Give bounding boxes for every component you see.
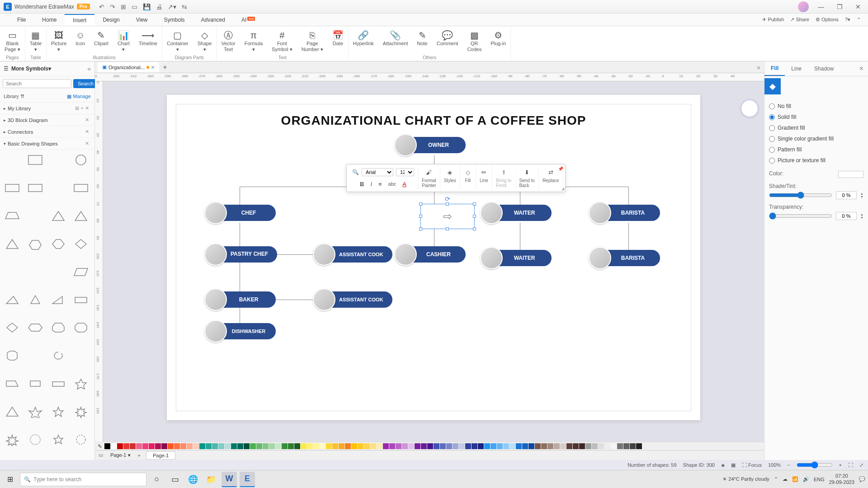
cat-my-library[interactable]: ▸My Library⊞ + ✕ bbox=[0, 103, 94, 114]
color-swatch[interactable] bbox=[459, 443, 465, 449]
color-swatch[interactable] bbox=[434, 443, 439, 449]
publish-button[interactable]: ✈ Publish bbox=[762, 17, 784, 23]
shape-14[interactable] bbox=[50, 237, 67, 251]
onedrive-icon[interactable]: ☁ bbox=[783, 476, 788, 482]
symbol-search-button[interactable]: Search bbox=[73, 79, 98, 88]
shape-21[interactable] bbox=[27, 293, 44, 307]
color-picker[interactable] bbox=[838, 171, 863, 178]
color-swatch[interactable] bbox=[225, 443, 231, 449]
color-swatch[interactable] bbox=[301, 443, 307, 449]
menu-advanced[interactable]: Advanced bbox=[193, 14, 233, 25]
color-swatch[interactable] bbox=[604, 443, 610, 449]
color-swatch[interactable] bbox=[313, 443, 319, 449]
export-button[interactable]: ↗▾ bbox=[168, 3, 176, 10]
replace-icon[interactable]: ⇄ bbox=[547, 168, 555, 177]
color-swatch[interactable] bbox=[465, 443, 471, 449]
color-swatch[interactable] bbox=[630, 443, 636, 449]
shape-29[interactable] bbox=[27, 349, 44, 362]
case-button[interactable]: abc bbox=[387, 180, 398, 188]
color-swatch[interactable] bbox=[275, 443, 281, 449]
tab-shadow[interactable]: Shadow bbox=[808, 62, 840, 75]
color-swatch[interactable] bbox=[415, 443, 420, 449]
shape-16[interactable] bbox=[4, 265, 21, 279]
menu-insert[interactable]: Insert bbox=[65, 14, 94, 26]
shape-7[interactable] bbox=[72, 181, 90, 195]
focus-button[interactable]: ⛶ Focus bbox=[742, 462, 762, 468]
panel-collapse-button[interactable]: « bbox=[87, 65, 91, 72]
ribbon-chart[interactable]: 📊Chart ▾ bbox=[113, 28, 134, 54]
manage-link[interactable]: ▦ Manage bbox=[67, 94, 91, 99]
shape-26[interactable] bbox=[50, 321, 67, 334]
minimize-button[interactable]: — bbox=[814, 1, 828, 12]
symbol-search-input[interactable] bbox=[3, 79, 71, 88]
color-swatch[interactable] bbox=[547, 443, 553, 449]
fill-opt-picture-or-texture-fill[interactable]: Picture or texture fill bbox=[769, 155, 863, 166]
shape-38[interactable] bbox=[50, 405, 67, 418]
start-button[interactable]: ⊞ bbox=[3, 472, 17, 487]
cat-3d-block[interactable]: ▸3D Block Diagram✕ bbox=[0, 114, 94, 126]
fullscreen-button[interactable]: ⤢ bbox=[859, 462, 863, 468]
color-swatch[interactable] bbox=[199, 443, 205, 449]
shape-11[interactable] bbox=[72, 209, 90, 223]
italic-button[interactable]: I bbox=[368, 180, 374, 188]
shape-32[interactable] bbox=[4, 377, 21, 390]
shape-39[interactable] bbox=[72, 405, 90, 418]
shape-41[interactable] bbox=[27, 433, 44, 446]
color-swatch[interactable] bbox=[421, 443, 427, 449]
color-swatch[interactable] bbox=[123, 443, 129, 449]
fill-opt-pattern-fill[interactable]: Pattern fill bbox=[769, 144, 863, 155]
menu-design[interactable]: Design bbox=[94, 14, 127, 25]
menu-ai[interactable]: AIhot bbox=[233, 14, 263, 25]
ribbon-font[interactable]: #Font Symbol ▾ bbox=[267, 28, 297, 54]
color-swatch[interactable] bbox=[250, 443, 256, 449]
node-barista2[interactable]: BARISTA bbox=[597, 250, 660, 266]
color-swatch[interactable] bbox=[611, 443, 617, 449]
color-swatch[interactable] bbox=[332, 443, 338, 449]
shape-10[interactable] bbox=[50, 209, 67, 223]
shape-9[interactable] bbox=[27, 209, 44, 223]
clock[interactable]: 07:2029-09-2023 bbox=[829, 473, 854, 485]
color-swatch[interactable] bbox=[453, 443, 458, 449]
shape-22[interactable] bbox=[50, 293, 67, 307]
color-swatch[interactable] bbox=[130, 443, 136, 449]
shade-input[interactable] bbox=[836, 191, 857, 199]
color-swatch[interactable] bbox=[598, 443, 604, 449]
shape-24[interactable] bbox=[4, 321, 21, 334]
shape-13[interactable] bbox=[27, 237, 44, 251]
color-swatch[interactable] bbox=[528, 443, 534, 449]
color-swatch[interactable] bbox=[377, 443, 382, 449]
color-swatch[interactable] bbox=[256, 443, 262, 449]
word-icon[interactable]: W bbox=[222, 472, 237, 487]
more-button[interactable]: ⇆ bbox=[182, 3, 187, 10]
shape-19[interactable] bbox=[72, 265, 90, 279]
trans-down[interactable]: ▼ bbox=[860, 216, 863, 219]
share-button[interactable]: ↗ Share bbox=[790, 17, 809, 23]
explorer-icon[interactable]: 📁 bbox=[203, 472, 219, 487]
maximize-button[interactable]: ❐ bbox=[833, 1, 846, 12]
ribbon-date[interactable]: 📅Date bbox=[328, 28, 348, 54]
color-swatch[interactable] bbox=[136, 443, 142, 449]
transparency-input[interactable] bbox=[836, 212, 857, 220]
add-page-button[interactable]: + bbox=[134, 453, 144, 458]
shape-31[interactable] bbox=[72, 349, 90, 362]
color-swatch[interactable] bbox=[516, 443, 522, 449]
color-swatch[interactable] bbox=[370, 443, 376, 449]
color-swatch[interactable] bbox=[117, 443, 123, 449]
color-swatch[interactable] bbox=[111, 443, 117, 449]
color-swatch[interactable] bbox=[566, 443, 572, 449]
font-select[interactable]: Arial bbox=[362, 168, 393, 176]
color-swatch[interactable] bbox=[509, 443, 515, 449]
ribbon-vector[interactable]: ⒶVector Text bbox=[217, 28, 240, 54]
shape-28[interactable] bbox=[4, 349, 21, 362]
color-swatch[interactable] bbox=[617, 443, 623, 449]
color-swatch[interactable] bbox=[307, 443, 313, 449]
zoom-slider[interactable] bbox=[797, 461, 833, 469]
save-button[interactable]: 💾 bbox=[143, 3, 151, 10]
shape-6[interactable] bbox=[50, 181, 67, 195]
doc-tab[interactable]: ▣ Organizational... × bbox=[98, 62, 159, 72]
snap-icon[interactable]: ▦ bbox=[731, 462, 736, 468]
color-swatch[interactable] bbox=[636, 443, 642, 449]
shape-35[interactable] bbox=[72, 377, 90, 390]
transparency-slider[interactable] bbox=[769, 212, 832, 220]
color-swatch[interactable] bbox=[427, 443, 433, 449]
